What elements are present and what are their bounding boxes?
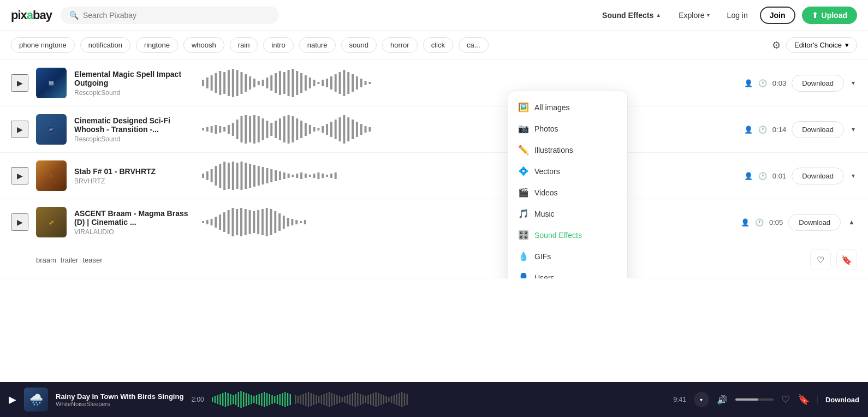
svg-rect-22 xyxy=(296,71,298,95)
play-button-4[interactable]: ▶ xyxy=(11,213,28,231)
play-button-1[interactable]: ▶ xyxy=(11,74,28,92)
svg-rect-43 xyxy=(215,125,217,134)
play-button-2[interactable]: ▶ xyxy=(11,121,28,138)
all-images-icon: 🖼️ xyxy=(518,102,528,112)
tag-braam[interactable]: braam xyxy=(36,249,56,270)
svg-rect-40 xyxy=(202,128,204,130)
svg-rect-8 xyxy=(236,70,239,96)
svg-rect-28 xyxy=(322,80,324,86)
expanded-tags: braam trailer teaser ♡ 🔖 xyxy=(11,249,857,270)
dropdown-arrow-1[interactable]: ▾ xyxy=(849,77,857,89)
dropdown-gifs[interactable]: 💧 GIFs xyxy=(508,246,627,267)
dropdown-sound-effects[interactable]: 🎛️ Sound Effects xyxy=(508,224,627,246)
svg-rect-84 xyxy=(219,164,221,188)
waveform-2[interactable] xyxy=(202,114,736,145)
svg-rect-133 xyxy=(291,219,293,225)
upload-icon: ⬆ xyxy=(812,11,818,20)
dropdown-photos[interactable]: 📷 Photos xyxy=(508,118,627,139)
svg-rect-73 xyxy=(343,115,345,144)
upload-button[interactable]: ⬆ Upload xyxy=(802,7,857,24)
bookmark-button-4[interactable]: 🔖 xyxy=(836,249,857,270)
dropdown-illustrations[interactable]: ✏️ Illustrations xyxy=(508,139,627,160)
header-right: Sound Effects ▲ Explore ▾ Log in Join ⬆ … xyxy=(597,7,857,24)
tag-trailer[interactable]: trailer xyxy=(61,249,79,270)
svg-rect-30 xyxy=(330,76,332,90)
tag-sound[interactable]: sound xyxy=(341,37,377,53)
login-button[interactable]: Log in xyxy=(722,8,753,23)
svg-rect-114 xyxy=(211,219,213,225)
svg-rect-91 xyxy=(249,164,251,188)
svg-rect-75 xyxy=(352,120,354,139)
dropdown-arrow-2[interactable]: ▾ xyxy=(849,123,857,135)
svg-rect-122 xyxy=(245,209,247,235)
svg-rect-38 xyxy=(365,81,367,85)
svg-rect-34 xyxy=(347,72,349,94)
svg-rect-26 xyxy=(313,80,316,86)
svg-rect-1 xyxy=(206,78,209,88)
tag-ringtone[interactable]: ringtone xyxy=(136,37,178,53)
tag-click[interactable]: click xyxy=(423,37,453,53)
svg-rect-21 xyxy=(292,69,294,97)
svg-rect-47 xyxy=(232,123,234,136)
dropdown-arrow-4[interactable]: ▲ xyxy=(846,216,857,228)
svg-rect-66 xyxy=(313,127,316,132)
svg-rect-89 xyxy=(240,162,242,190)
svg-rect-102 xyxy=(296,174,298,178)
search-input[interactable] xyxy=(83,11,270,20)
explore-menu-btn[interactable]: Explore ▾ xyxy=(673,8,715,23)
sound-effects-menu-btn[interactable]: Sound Effects ▲ xyxy=(597,8,667,23)
svg-rect-90 xyxy=(245,163,247,189)
download-button-4[interactable]: Download xyxy=(788,214,841,231)
svg-rect-123 xyxy=(249,210,251,234)
svg-rect-105 xyxy=(309,175,311,177)
settings-icon[interactable]: ⚙ xyxy=(772,39,781,51)
tag-rain[interactable]: rain xyxy=(230,37,258,53)
svg-rect-56 xyxy=(270,123,272,136)
sound-effects-dropdown: 🖼️ All images 📷 Photos ✏️ Illustrations … xyxy=(508,91,628,278)
download-button-1[interactable]: Download xyxy=(792,75,844,92)
tag-phone-ringtone[interactable]: phone ringtone xyxy=(11,37,75,53)
svg-rect-126 xyxy=(261,209,264,235)
photos-icon: 📷 xyxy=(518,123,528,134)
tag-horror[interactable]: horror xyxy=(382,37,418,53)
svg-rect-44 xyxy=(219,126,221,133)
search-bar[interactable]: 🔍 xyxy=(61,7,279,24)
dropdown-videos[interactable]: 🎬 Videos xyxy=(508,182,627,203)
heart-button-4[interactable]: ♡ xyxy=(810,249,831,270)
download-button-3[interactable]: Download xyxy=(792,168,844,184)
svg-rect-81 xyxy=(206,171,209,180)
waveform-3[interactable] xyxy=(202,160,736,191)
duration-1: 0:03 xyxy=(772,79,786,87)
tag-teaser[interactable]: teaser xyxy=(82,249,102,270)
dropdown-vectors[interactable]: 💠 Vectors xyxy=(508,160,627,182)
dropdown-all-images[interactable]: 🖼️ All images xyxy=(508,97,627,118)
editors-choice-button[interactable]: Editor's Choice ▾ xyxy=(786,37,857,53)
svg-rect-2 xyxy=(211,75,213,91)
tag-more[interactable]: ca... xyxy=(459,37,489,53)
svg-rect-59 xyxy=(283,116,286,142)
svg-rect-46 xyxy=(228,125,230,134)
dropdown-users[interactable]: 👤 Users xyxy=(508,267,627,278)
duration-2: 0:14 xyxy=(772,126,786,134)
tag-notification[interactable]: notification xyxy=(80,37,130,53)
svg-rect-52 xyxy=(253,115,255,144)
tag-whoosh[interactable]: whoosh xyxy=(183,37,224,53)
svg-rect-119 xyxy=(231,208,234,236)
play-button-3[interactable]: ▶ xyxy=(11,167,28,184)
svg-rect-48 xyxy=(236,120,239,139)
download-button-2[interactable]: Download xyxy=(792,121,844,138)
dropdown-arrow-3[interactable]: ▾ xyxy=(849,170,857,182)
svg-rect-125 xyxy=(257,210,259,234)
thumbnail-2: 🌌 xyxy=(36,114,67,145)
waveform-1[interactable] xyxy=(202,68,736,98)
svg-rect-110 xyxy=(330,174,332,178)
svg-rect-99 xyxy=(283,172,286,179)
svg-rect-100 xyxy=(288,174,290,178)
tag-nature[interactable]: nature xyxy=(299,37,336,53)
dropdown-music[interactable]: 🎵 Music xyxy=(508,203,627,224)
tag-intro[interactable]: intro xyxy=(263,37,293,53)
svg-rect-58 xyxy=(279,118,281,140)
waveform-4[interactable] xyxy=(202,207,733,237)
join-button[interactable]: Join xyxy=(760,7,795,24)
vectors-icon: 💠 xyxy=(518,166,528,176)
